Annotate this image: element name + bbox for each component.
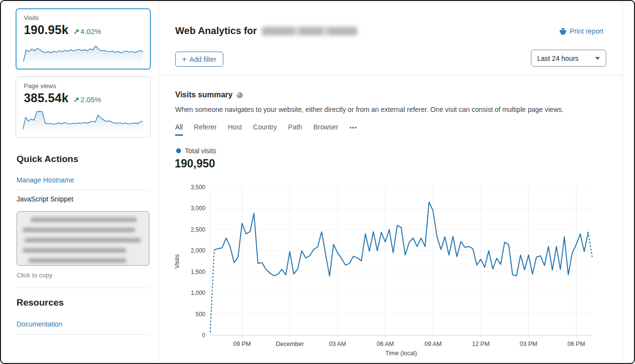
divider: [17, 334, 149, 335]
click-to-copy-hint: Click to copy: [17, 272, 53, 279]
page-title: Web Analytics for: [175, 25, 357, 36]
manage-hostname-link[interactable]: Manage Hostname: [17, 176, 74, 184]
add-filter-button[interactable]: + Add filter: [175, 52, 223, 67]
visits-sparkline: [23, 39, 143, 65]
documentation-link[interactable]: Documentation: [17, 320, 62, 328]
svg-text:03 PM: 03 PM: [520, 341, 537, 347]
time-range-dropdown[interactable]: Last 24 hours: [531, 50, 606, 67]
print-report-label: Print report: [570, 27, 603, 35]
svg-text:12 PM: 12 PM: [472, 341, 490, 347]
header-divider: [159, 75, 622, 75]
add-filter-label: Add filter: [189, 55, 216, 63]
svg-text:3,000: 3,000: [191, 205, 205, 212]
metric-delta: ↗2.05%: [73, 95, 101, 104]
tab-all[interactable]: All: [175, 123, 183, 136]
javascript-snippet-box[interactable]: [17, 211, 149, 266]
visits-summary-heading: Visits summary: [175, 91, 243, 99]
metric-value: 385.54k: [24, 91, 69, 105]
tab-browser[interactable]: Browser: [313, 123, 338, 134]
redacted-code-line: [29, 258, 126, 263]
more-tabs-icon[interactable]: •••: [349, 123, 357, 131]
svg-text:06 AM: 06 AM: [377, 341, 394, 347]
chevron-down-icon: [595, 57, 600, 60]
up-right-arrow-icon: ↗: [73, 95, 80, 104]
redacted-code-line: [23, 228, 135, 232]
svg-text:09 AM: 09 AM: [424, 341, 441, 347]
svg-text:3,500: 3,500: [191, 184, 205, 191]
divider: [17, 190, 149, 190]
resources-heading: Resources: [17, 297, 64, 308]
tab-path[interactable]: Path: [288, 123, 302, 134]
redacted-code-line: [31, 218, 137, 222]
svg-text:0: 0: [202, 332, 205, 339]
svg-text:2,000: 2,000: [191, 247, 205, 254]
time-range-value: Last 24 hours: [537, 55, 579, 62]
plus-icon: +: [182, 55, 186, 63]
tab-country[interactable]: Country: [253, 123, 277, 134]
tab-referer[interactable]: Referer: [194, 123, 217, 134]
svg-text:03 AM: 03 AM: [329, 341, 346, 347]
svg-text:2,500: 2,500: [191, 226, 205, 233]
redacted-code-line: [25, 238, 141, 242]
quick-actions-heading: Quick Actions: [17, 154, 78, 164]
svg-text:09 PM: 09 PM: [233, 341, 251, 347]
javascript-snippet-label: JavaScript Snippet: [17, 195, 73, 203]
up-right-arrow-icon: ↗: [73, 27, 80, 36]
main-right-edge: [622, 2, 623, 362]
visits-line-chart: 05001,0001,5002,0002,5003,0003,50009 PMD…: [172, 184, 603, 357]
svg-text:06 PM: 06 PM: [567, 341, 585, 347]
metric-delta: ↗4.02%: [73, 27, 101, 36]
total-visits-value: 190,950: [175, 157, 215, 170]
print-report-link[interactable]: Print report: [559, 27, 603, 35]
svg-text:Time (local): Time (local): [385, 350, 417, 357]
chart-legend: Total visits: [176, 147, 217, 155]
divider: [17, 288, 149, 288]
svg-text:500: 500: [196, 311, 205, 318]
web-analytics-page: Visits 190.95k ↗4.02% Page views 385.54k…: [0, 0, 635, 364]
legend-label: Total visits: [185, 147, 217, 155]
sidebar-main-divider: [159, 2, 159, 362]
metric-card-page-views[interactable]: Page views 385.54k ↗2.05%: [16, 76, 151, 138]
visits-summary-description: When someone navigates to your website, …: [175, 106, 563, 113]
printer-icon: [559, 28, 567, 35]
metric-card-visits[interactable]: Visits 190.95k ↗4.02%: [16, 8, 151, 70]
svg-text:1,000: 1,000: [191, 290, 205, 296]
summary-tabs: All Referer Host Country Path Browser ••…: [175, 123, 357, 136]
pie-chart-icon: [236, 92, 243, 98]
svg-text:December: December: [276, 341, 304, 347]
total-visits-dot-icon: [176, 148, 181, 153]
svg-text:Visits: Visits: [174, 254, 181, 269]
metric-label: Visits: [24, 14, 143, 21]
page-views-sparkline: [23, 108, 143, 133]
visits-chart: 05001,0001,5002,0002,5003,0003,50009 PMD…: [172, 184, 603, 359]
metric-value: 190.95k: [24, 23, 69, 37]
redacted-code-line: [23, 248, 126, 253]
metric-label: Page views: [24, 82, 143, 90]
svg-text:1,500: 1,500: [191, 269, 205, 275]
site-domain-redacted: [262, 27, 357, 36]
tab-host[interactable]: Host: [228, 123, 242, 134]
